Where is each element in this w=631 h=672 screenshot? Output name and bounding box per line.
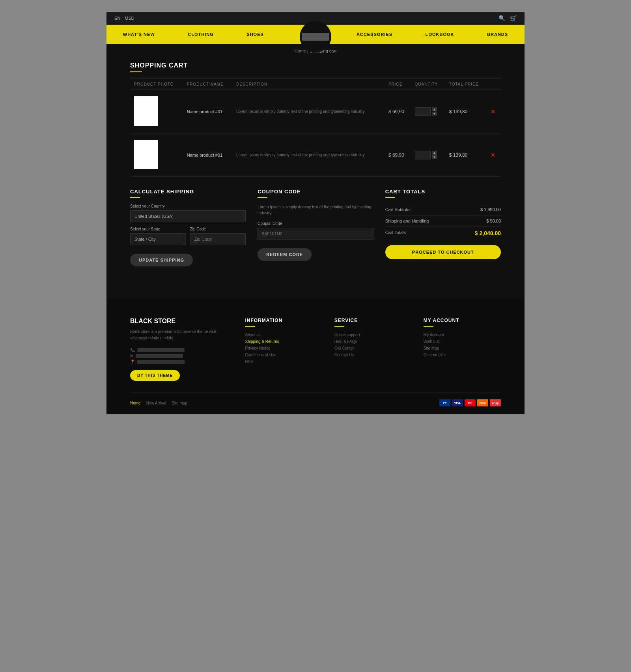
product-name-1: Name product #01: [187, 109, 223, 114]
nav-brands[interactable]: BRANDS: [481, 25, 514, 44]
state-col: Select your State State / City: [130, 227, 186, 250]
account-link-sitemap[interactable]: Site Map: [424, 346, 501, 350]
info-link-conditions[interactable]: Conditions of Use: [245, 353, 323, 357]
subtotal-value: $ 1,990.00: [480, 207, 501, 212]
service-link-help[interactable]: Help & FAQs: [334, 339, 412, 344]
footer-bottom-sitemap[interactable]: Site map: [172, 401, 187, 405]
total-row: Cart Totals $ 2,040.00: [385, 227, 501, 240]
quantity-stepper-2[interactable]: 02 ▲ ▼: [415, 151, 441, 159]
product-total-1: $ 139,80: [449, 109, 468, 114]
service-link-call[interactable]: Call Center: [334, 346, 412, 350]
breadcrumb-home[interactable]: Home: [295, 49, 306, 53]
navigation: WHAT'S NEW CLOTHING SHOES ACCESSORIES LO…: [106, 25, 525, 44]
footer: BLACK STORE Black store is a premium eCo…: [106, 298, 525, 414]
shipping-label: Shipping and Handling: [385, 219, 429, 223]
coupon-input[interactable]: [258, 228, 373, 240]
qty-arrows-2: ▲ ▼: [432, 151, 437, 159]
information-underline: [245, 326, 255, 327]
info-link-shipping[interactable]: Shipping & Returns: [245, 339, 323, 344]
quantity-stepper-1[interactable]: 02 ▲ ▼: [415, 107, 441, 116]
footer-brand-desc: Black store is a premium eCommerce theme…: [130, 329, 233, 341]
qty-input-1[interactable]: 02: [415, 107, 431, 116]
nav-lookbook[interactable]: LOOKBOOK: [419, 25, 461, 44]
address-value: [137, 360, 185, 364]
redeem-code-button[interactable]: REDEEM CODE: [258, 248, 312, 261]
footer-bottom-home[interactable]: Home: [130, 401, 141, 405]
my-account-title: MY ACCOUNT: [424, 318, 501, 323]
qty-up-1[interactable]: ▲: [432, 107, 437, 111]
address-icon: 📍: [130, 359, 135, 364]
service-underline: [334, 326, 344, 327]
account-link-custom[interactable]: Custom Link: [424, 353, 501, 357]
account-link-account[interactable]: My Account: [424, 333, 501, 337]
service-link-online[interactable]: Online support: [334, 333, 412, 337]
shipping-row: Shipping and Handling $ 50.00: [385, 215, 501, 227]
payment-icons: PP VISA MC DISC eBay: [439, 399, 501, 406]
product-price-1: $ 69,90: [388, 109, 404, 114]
qty-input-2[interactable]: 02: [415, 151, 431, 159]
col-total: TOTAL PRICE: [445, 79, 487, 90]
subtotal-row: Cart Subtotal $ 1,990.00: [385, 204, 501, 215]
coupon-code-section: COUPON CODE Lorem Ipsum is simply dummy …: [258, 189, 373, 266]
col-product-photo: PRODUCT PHOTO: [130, 79, 183, 90]
footer-bottom-new-arrival[interactable]: New Arrival: [146, 401, 166, 405]
shopping-cart-underline: [130, 71, 142, 72]
service-link-contact[interactable]: Contact Us: [334, 353, 412, 357]
logo-image: [302, 33, 329, 41]
table-row: Name product #01 Lorem Ipsum is simply d…: [130, 90, 501, 133]
footer-email: ✉: [130, 354, 233, 358]
totals-title: CART TOTALS: [385, 189, 501, 195]
zip-input[interactable]: [190, 233, 246, 245]
total-label: Cart Totals: [385, 230, 406, 236]
footer-information: INFORMATION About Us Shipping & Returns …: [245, 318, 323, 381]
information-title: INFORMATION: [245, 318, 323, 323]
nav-whats-new[interactable]: WHAT'S NEW: [117, 25, 161, 44]
calculate-shipping-section: CALCULATE SHIPPING Select your Country S…: [130, 189, 246, 266]
shipping-title: CALCULATE SHIPPING: [130, 189, 246, 195]
info-link-rss[interactable]: RSS: [245, 359, 323, 364]
qty-up-2[interactable]: ▲: [432, 151, 437, 155]
account-link-wishlist[interactable]: Wish List: [424, 339, 501, 344]
coupon-title: COUPON CODE: [258, 189, 373, 195]
checkout-button[interactable]: PROCEED TO CHECKOUT: [385, 245, 501, 259]
phone-value: [137, 348, 185, 352]
remove-button-1[interactable]: ✕: [491, 109, 495, 115]
main-content: SHOPPING CART PRODUCT PHOTO PRODUCT NAME…: [106, 58, 525, 282]
subtotal-label: Cart Subtotal: [385, 207, 411, 212]
product-desc-2: Lorem Ipsum is simply dummy text of the …: [236, 153, 366, 157]
footer-bottom-links: Home New Arrival Site map: [130, 401, 187, 405]
qty-arrows-1: ▲ ▼: [432, 107, 437, 116]
qty-down-2[interactable]: ▼: [432, 155, 437, 159]
language-selector[interactable]: EN: [114, 16, 120, 21]
buy-theme-button[interactable]: BY THIS THEME: [130, 370, 180, 381]
nav-accessories[interactable]: ACCESSORIES: [350, 25, 399, 44]
search-icon[interactable]: 🔍: [498, 15, 505, 21]
info-link-about[interactable]: About Us: [245, 333, 323, 337]
zip-col: Zip Code: [190, 227, 246, 250]
footer-grid: BLACK STORE Black store is a premium eCo…: [130, 318, 501, 381]
cart-totals-section: CART TOTALS Cart Subtotal $ 1,990.00 Shi…: [385, 189, 501, 266]
update-shipping-button[interactable]: UPDATE SHIPPING: [130, 254, 193, 266]
product-price-2: $ 69,90: [388, 152, 404, 158]
qty-down-1[interactable]: ▼: [432, 112, 437, 116]
col-quantity: QUANTITY: [411, 79, 445, 90]
country-input[interactable]: [130, 210, 246, 222]
info-link-privacy[interactable]: Privacy Notice: [245, 346, 323, 350]
discover-icon: DISC: [477, 399, 488, 406]
state-select[interactable]: State / City: [130, 233, 186, 245]
nav-shoes[interactable]: SHOES: [240, 25, 270, 44]
footer-address: 📍: [130, 359, 233, 364]
cart-icon[interactable]: 🛒: [510, 15, 517, 21]
nav-clothing[interactable]: CLOTHING: [181, 25, 220, 44]
country-label: Select your Country: [130, 204, 246, 208]
remove-button-2[interactable]: ✕: [491, 152, 495, 158]
phone-icon: 📞: [130, 348, 135, 352]
col-description: DESCRIPTION: [232, 79, 385, 90]
col-product-name: PRODUCT NAME: [183, 79, 232, 90]
logo[interactable]: [300, 21, 331, 52]
cart-table: PRODUCT PHOTO PRODUCT NAME DESCRIPTION P…: [130, 79, 501, 177]
currency-selector[interactable]: USD: [125, 16, 134, 21]
footer-brand-title: BLACK STORE: [130, 318, 233, 325]
footer-brand: BLACK STORE Black store is a premium eCo…: [130, 318, 233, 381]
coupon-underline: [258, 197, 267, 198]
